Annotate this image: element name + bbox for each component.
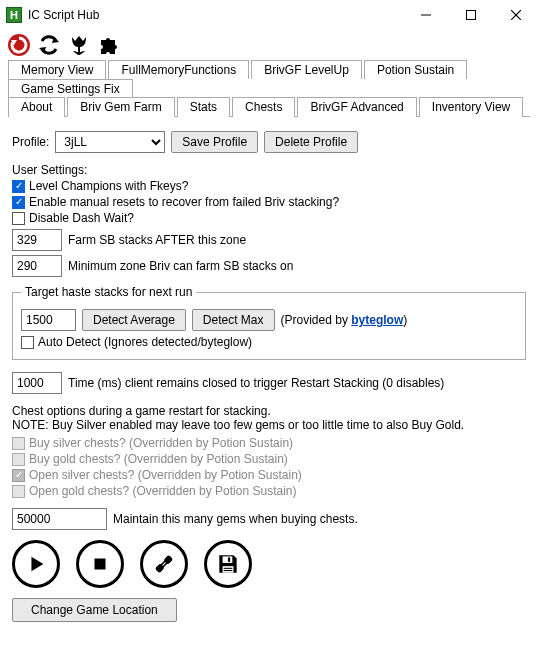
tab-fullmemoryfunctions[interactable]: FullMemoryFunctions [108,60,249,79]
puzzle-icon[interactable] [96,32,122,58]
sb-after-input[interactable] [12,229,62,251]
autodetect-label: Auto Detect (Ignores detected/byteglow) [38,335,252,349]
svg-rect-17 [223,566,234,573]
tab-chests[interactable]: Chests [232,97,295,117]
window-controls [403,0,538,30]
save-profile-button[interactable]: Save Profile [171,131,258,153]
refresh-arrows-icon[interactable] [36,32,62,58]
maintain-gems-input[interactable] [12,508,107,530]
play-button[interactable] [12,540,60,588]
svg-rect-12 [163,555,173,565]
svg-rect-16 [228,558,230,562]
user-settings-header: User Settings: [12,163,526,177]
svg-rect-1 [466,11,475,20]
open-silver-checkbox: ✓ [12,469,25,482]
profile-select[interactable]: 3jLL [55,131,165,153]
connect-button[interactable] [140,540,188,588]
toolbar [0,30,538,60]
svg-rect-10 [95,559,106,570]
provided-by-text: (Provided by byteglow) [281,313,408,327]
tab-potion-sustain[interactable]: Potion Sustain [364,60,467,79]
save-button[interactable] [204,540,252,588]
manual-resets-checkbox[interactable]: ✓ [12,196,25,209]
tulip-icon[interactable] [66,32,92,58]
titlebar: H IC Script Hub [0,0,538,30]
sb-after-label: Farm SB stacks AFTER this zone [68,233,246,247]
minimize-button[interactable] [403,0,448,30]
tab-about[interactable]: About [8,97,65,117]
open-gold-label: Open gold chests? (Overridden by Potion … [29,484,296,498]
autodetect-checkbox[interactable] [21,336,34,349]
haste-group: Target haste stacks for next run Detect … [12,285,526,360]
tab-brivgf-levelup[interactable]: BrivGF LevelUp [251,60,362,79]
buy-gold-checkbox [12,453,25,466]
byteglow-link[interactable]: byteglow [351,313,403,327]
manual-resets-label: Enable manual resets to recover from fai… [29,195,339,209]
level-fkeys-label: Level Champions with Fkeys? [29,179,188,193]
tab-inventory-view[interactable]: Inventory View [419,97,524,117]
tab-brivgf-advanced[interactable]: BrivGF Advanced [297,97,416,117]
tab-briv-gem-farm[interactable]: Briv Gem Farm [67,97,174,117]
sb-min-label: Minimum zone Briv can farm SB stacks on [68,259,293,273]
svg-rect-15 [223,556,233,563]
tab-game-settings-fix[interactable]: Game Settings Fix [8,79,133,98]
haste-legend: Target haste stacks for next run [21,285,196,299]
buy-silver-checkbox [12,437,25,450]
action-buttons [12,540,526,588]
open-gold-checkbox [12,485,25,498]
tab-row-2: About Briv Gem Farm Stats Chests BrivGF … [8,97,530,117]
disable-dash-label: Disable Dash Wait? [29,211,134,225]
buy-silver-label: Buy silver chests? (Overridden by Potion… [29,436,293,450]
restart-ms-label: Time (ms) client remains closed to trigg… [68,376,444,390]
tab-memory-view[interactable]: Memory View [8,60,106,79]
chest-note-1: Chest options during a game restart for … [12,404,526,418]
level-fkeys-checkbox[interactable]: ✓ [12,180,25,193]
haste-value-input[interactable] [21,309,76,331]
detect-max-button[interactable]: Detect Max [192,309,275,331]
maximize-button[interactable] [448,0,493,30]
delete-profile-button[interactable]: Delete Profile [264,131,358,153]
close-button[interactable] [493,0,538,30]
tab-panel-briv-gem-farm: Profile: 3jLL Save Profile Delete Profil… [8,116,530,630]
buy-gold-label: Buy gold chests? (Overridden by Potion S… [29,452,288,466]
sb-min-input[interactable] [12,255,62,277]
stop-button[interactable] [76,540,124,588]
chest-note-2: NOTE: Buy Silver enabled may leave too f… [12,418,526,432]
detect-average-button[interactable]: Detect Average [82,309,186,331]
reload-circle-icon[interactable] [6,32,32,58]
restart-ms-input[interactable] [12,372,62,394]
tab-stats[interactable]: Stats [177,97,230,117]
profile-label: Profile: [12,135,49,149]
svg-marker-9 [31,557,43,572]
tabs: Memory View FullMemoryFunctions BrivGF L… [0,60,538,630]
maintain-gems-label: Maintain this many gems when buying ches… [113,512,358,526]
open-silver-label: Open silver chests? (Overridden by Potio… [29,468,302,482]
change-game-location-button[interactable]: Change Game Location [12,598,177,622]
disable-dash-checkbox[interactable] [12,212,25,225]
svg-rect-11 [155,563,165,573]
window-title: IC Script Hub [28,8,403,22]
app-icon: H [6,7,22,23]
tab-row-1: Memory View FullMemoryFunctions BrivGF L… [8,60,530,98]
